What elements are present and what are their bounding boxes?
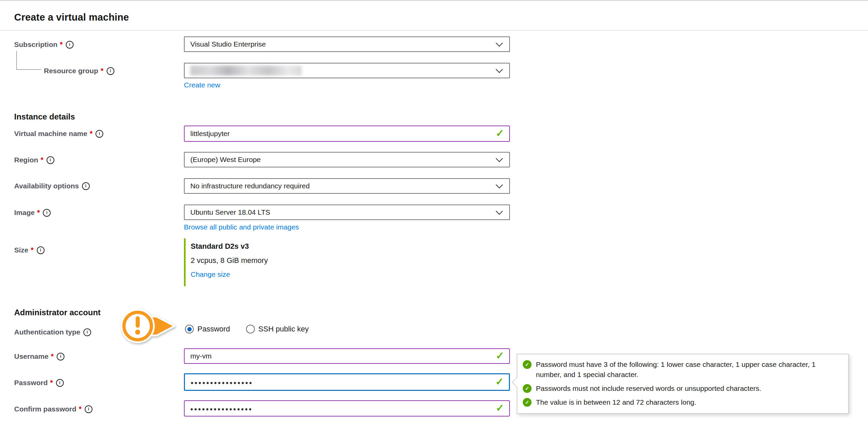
chevron-down-icon [496, 155, 503, 162]
password-requirements-tooltip: ✓ Password must have 3 of the following:… [517, 354, 849, 414]
required-asterisk: * [79, 405, 82, 413]
info-icon[interactable]: i [66, 41, 74, 49]
username-label: Username * i [14, 352, 64, 361]
check-circle-icon: ✓ [523, 384, 532, 393]
radio-selected-dot [187, 327, 192, 331]
size-accent-bar [184, 238, 186, 286]
info-icon[interactable]: i [37, 246, 45, 254]
required-asterisk: * [31, 246, 34, 254]
info-icon[interactable]: i [47, 156, 54, 164]
image-value: Ubuntu Server 18.04 LTS [190, 208, 270, 216]
required-asterisk: * [40, 156, 44, 164]
region-label: Region * i [14, 156, 54, 164]
radio-password[interactable] [185, 325, 194, 333]
password-input[interactable]: •••••••••••••••• ✓ [184, 373, 510, 391]
info-icon[interactable]: i [43, 209, 51, 217]
required-asterisk: * [60, 40, 63, 49]
region-dropdown[interactable]: (Europe) West Europe [184, 152, 510, 167]
required-asterisk: * [90, 129, 93, 138]
availability-label: Availability options i [14, 182, 90, 190]
check-circle-icon: ✓ [523, 360, 532, 369]
image-dropdown[interactable]: Ubuntu Server 18.04 LTS [184, 205, 510, 220]
vm-name-value: littlestjupyter [190, 130, 230, 138]
hierarchy-connector-horizontal [16, 69, 41, 70]
radio-ssh-public-key[interactable] [246, 325, 255, 333]
hierarchy-connector-vertical [16, 51, 17, 70]
section-instance-details: Instance details [14, 112, 75, 122]
tooltip-rule-text: The value is in between 12 and 72 charac… [536, 397, 696, 407]
info-icon[interactable]: i [57, 353, 64, 360]
top-border-line [0, 0, 868, 1]
resource-group-dropdown[interactable] [184, 63, 510, 78]
tooltip-rule-text: Password must have 3 of the following: 1… [536, 359, 841, 380]
tooltip-rule-item: ✓ The value is in between 12 and 72 char… [523, 397, 841, 407]
info-icon[interactable]: i [96, 130, 103, 138]
confirm-password-masked-value: •••••••••••••••• [190, 404, 253, 413]
password-masked-value: •••••••••••••••• [191, 377, 253, 387]
check-circle-icon: ✓ [523, 398, 532, 407]
subscription-label: Subscription * i [14, 40, 74, 49]
create-new-link[interactable]: Create new [184, 81, 220, 89]
valid-check-icon: ✓ [495, 376, 504, 387]
username-value: my-vm [190, 352, 212, 360]
info-icon[interactable]: i [82, 182, 90, 190]
create-vm-page: Create a virtual machine Subscription * … [0, 0, 868, 430]
valid-check-icon: ✓ [496, 127, 504, 139]
size-specs: 2 vcpus, 8 GiB memory [191, 256, 268, 265]
auth-type-radio-group: Password SSH public key [185, 325, 309, 333]
resource-group-redacted-value [190, 65, 302, 76]
password-label: Password * i [14, 378, 64, 387]
tooltip-rule-text: Passwords must not include reserved word… [536, 383, 761, 394]
confirm-password-input[interactable]: •••••••••••••••• ✓ [184, 400, 510, 416]
header-divider [0, 30, 868, 31]
username-input[interactable]: my-vm ✓ [184, 348, 510, 364]
chevron-down-icon [496, 208, 503, 215]
valid-check-icon: ✓ [496, 350, 504, 361]
chevron-down-icon [496, 181, 503, 188]
tooltip-left-arrow [512, 377, 522, 387]
info-icon[interactable]: i [83, 328, 91, 336]
vm-name-label: Virtual machine name * i [14, 129, 103, 138]
tooltip-rule-item: ✓ Password must have 3 of the following:… [523, 359, 841, 380]
region-value: (Europe) West Europe [190, 156, 261, 164]
required-asterisk: * [51, 352, 54, 361]
size-name: Standard D2s v3 [191, 242, 249, 251]
chevron-down-icon [496, 39, 503, 47]
change-size-link[interactable]: Change size [191, 270, 230, 278]
info-icon[interactable]: i [56, 379, 64, 387]
required-asterisk: * [50, 378, 53, 387]
vm-name-input[interactable]: littlestjupyter ✓ [184, 126, 510, 142]
image-label: Image * i [14, 208, 51, 217]
subscription-value: Visual Studio Enterprise [190, 40, 266, 48]
resource-group-label: Resource group * i [44, 66, 114, 75]
valid-check-icon: ✓ [496, 402, 504, 414]
radio-ssh-public-key-label[interactable]: SSH public key [259, 325, 309, 333]
warning-pointer-icon [119, 308, 177, 346]
availability-dropdown[interactable]: No infrastructure redundancy required [184, 178, 510, 194]
confirm-password-label: Confirm password * i [14, 405, 92, 413]
subscription-dropdown[interactable]: Visual Studio Enterprise [184, 36, 510, 52]
info-icon[interactable]: i [107, 67, 114, 75]
availability-value: No infrastructure redundancy required [190, 182, 310, 190]
page-title: Create a virtual machine [14, 12, 129, 23]
browse-images-link[interactable]: Browse all public and private images [184, 223, 299, 231]
required-asterisk: * [101, 66, 104, 75]
size-label: Size * i [14, 246, 45, 254]
auth-type-label: Authentication type i [14, 328, 91, 336]
info-icon[interactable]: i [85, 405, 92, 413]
tooltip-rule-item: ✓ Passwords must not include reserved wo… [523, 383, 841, 394]
chevron-down-icon [496, 66, 503, 73]
section-administrator-account: Administrator account [14, 308, 101, 317]
radio-password-label[interactable]: Password [197, 325, 230, 333]
required-asterisk: * [37, 208, 40, 217]
